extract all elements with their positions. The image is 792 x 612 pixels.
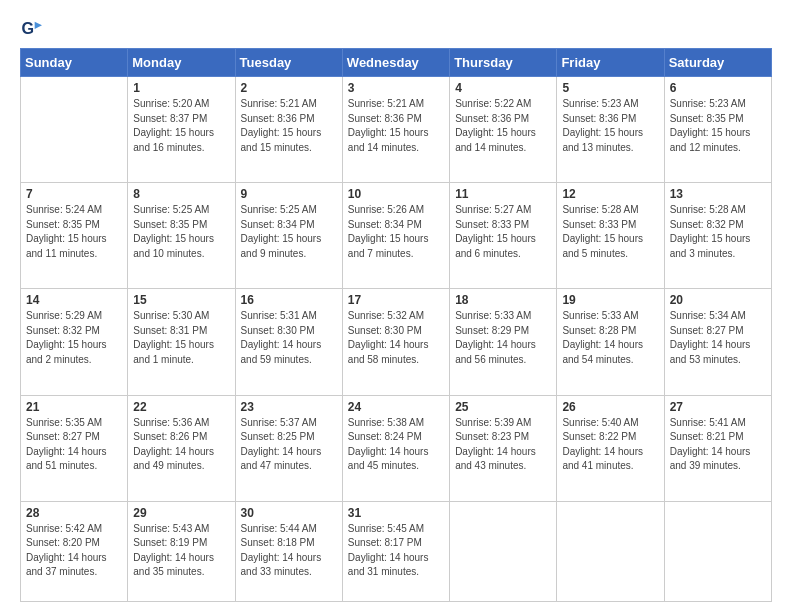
weekday-header: Saturday [664, 49, 771, 77]
weekday-header: Wednesday [342, 49, 449, 77]
calendar-cell: 31Sunrise: 5:45 AMSunset: 8:17 PMDayligh… [342, 501, 449, 601]
day-info: Sunrise: 5:38 AMSunset: 8:24 PMDaylight:… [348, 416, 444, 474]
calendar-cell: 24Sunrise: 5:38 AMSunset: 8:24 PMDayligh… [342, 395, 449, 501]
calendar-cell: 8Sunrise: 5:25 AMSunset: 8:35 PMDaylight… [128, 183, 235, 289]
weekday-header: Tuesday [235, 49, 342, 77]
day-info: Sunrise: 5:27 AMSunset: 8:33 PMDaylight:… [455, 203, 551, 261]
calendar-cell: 16Sunrise: 5:31 AMSunset: 8:30 PMDayligh… [235, 289, 342, 395]
day-number: 13 [670, 187, 766, 201]
calendar-cell: 23Sunrise: 5:37 AMSunset: 8:25 PMDayligh… [235, 395, 342, 501]
day-number: 2 [241, 81, 337, 95]
day-info: Sunrise: 5:32 AMSunset: 8:30 PMDaylight:… [348, 309, 444, 367]
day-number: 19 [562, 293, 658, 307]
logo: G [20, 18, 46, 40]
svg-marker-1 [35, 22, 42, 29]
page: G SundayMondayTuesdayWednesdayThursdayFr… [0, 0, 792, 612]
day-info: Sunrise: 5:43 AMSunset: 8:19 PMDaylight:… [133, 522, 229, 580]
day-info: Sunrise: 5:37 AMSunset: 8:25 PMDaylight:… [241, 416, 337, 474]
header: G [20, 18, 772, 40]
day-info: Sunrise: 5:33 AMSunset: 8:28 PMDaylight:… [562, 309, 658, 367]
day-number: 15 [133, 293, 229, 307]
day-number: 10 [348, 187, 444, 201]
weekday-header: Sunday [21, 49, 128, 77]
day-info: Sunrise: 5:22 AMSunset: 8:36 PMDaylight:… [455, 97, 551, 155]
day-info: Sunrise: 5:26 AMSunset: 8:34 PMDaylight:… [348, 203, 444, 261]
day-info: Sunrise: 5:34 AMSunset: 8:27 PMDaylight:… [670, 309, 766, 367]
calendar-cell: 9Sunrise: 5:25 AMSunset: 8:34 PMDaylight… [235, 183, 342, 289]
day-info: Sunrise: 5:23 AMSunset: 8:35 PMDaylight:… [670, 97, 766, 155]
calendar-cell: 7Sunrise: 5:24 AMSunset: 8:35 PMDaylight… [21, 183, 128, 289]
day-info: Sunrise: 5:45 AMSunset: 8:17 PMDaylight:… [348, 522, 444, 580]
svg-text:G: G [21, 19, 34, 37]
day-number: 9 [241, 187, 337, 201]
calendar-cell: 26Sunrise: 5:40 AMSunset: 8:22 PMDayligh… [557, 395, 664, 501]
day-number: 3 [348, 81, 444, 95]
day-number: 31 [348, 506, 444, 520]
day-number: 5 [562, 81, 658, 95]
calendar-cell: 25Sunrise: 5:39 AMSunset: 8:23 PMDayligh… [450, 395, 557, 501]
day-number: 29 [133, 506, 229, 520]
calendar-cell [450, 501, 557, 601]
calendar-cell: 1Sunrise: 5:20 AMSunset: 8:37 PMDaylight… [128, 77, 235, 183]
day-number: 23 [241, 400, 337, 414]
day-info: Sunrise: 5:44 AMSunset: 8:18 PMDaylight:… [241, 522, 337, 580]
calendar-cell: 6Sunrise: 5:23 AMSunset: 8:35 PMDaylight… [664, 77, 771, 183]
day-info: Sunrise: 5:21 AMSunset: 8:36 PMDaylight:… [241, 97, 337, 155]
day-number: 21 [26, 400, 122, 414]
calendar-cell: 13Sunrise: 5:28 AMSunset: 8:32 PMDayligh… [664, 183, 771, 289]
day-number: 4 [455, 81, 551, 95]
day-number: 30 [241, 506, 337, 520]
day-info: Sunrise: 5:31 AMSunset: 8:30 PMDaylight:… [241, 309, 337, 367]
logo-icon: G [20, 18, 42, 40]
day-info: Sunrise: 5:23 AMSunset: 8:36 PMDaylight:… [562, 97, 658, 155]
day-info: Sunrise: 5:24 AMSunset: 8:35 PMDaylight:… [26, 203, 122, 261]
day-info: Sunrise: 5:35 AMSunset: 8:27 PMDaylight:… [26, 416, 122, 474]
day-number: 20 [670, 293, 766, 307]
weekday-header: Thursday [450, 49, 557, 77]
calendar-cell: 30Sunrise: 5:44 AMSunset: 8:18 PMDayligh… [235, 501, 342, 601]
day-info: Sunrise: 5:41 AMSunset: 8:21 PMDaylight:… [670, 416, 766, 474]
calendar-cell: 4Sunrise: 5:22 AMSunset: 8:36 PMDaylight… [450, 77, 557, 183]
calendar-cell: 11Sunrise: 5:27 AMSunset: 8:33 PMDayligh… [450, 183, 557, 289]
calendar-cell: 17Sunrise: 5:32 AMSunset: 8:30 PMDayligh… [342, 289, 449, 395]
day-info: Sunrise: 5:25 AMSunset: 8:34 PMDaylight:… [241, 203, 337, 261]
day-number: 26 [562, 400, 658, 414]
calendar-cell: 15Sunrise: 5:30 AMSunset: 8:31 PMDayligh… [128, 289, 235, 395]
weekday-header: Monday [128, 49, 235, 77]
day-info: Sunrise: 5:39 AMSunset: 8:23 PMDaylight:… [455, 416, 551, 474]
day-info: Sunrise: 5:25 AMSunset: 8:35 PMDaylight:… [133, 203, 229, 261]
day-number: 28 [26, 506, 122, 520]
calendar-cell [21, 77, 128, 183]
calendar-cell: 20Sunrise: 5:34 AMSunset: 8:27 PMDayligh… [664, 289, 771, 395]
day-number: 25 [455, 400, 551, 414]
calendar-cell: 28Sunrise: 5:42 AMSunset: 8:20 PMDayligh… [21, 501, 128, 601]
calendar-cell: 12Sunrise: 5:28 AMSunset: 8:33 PMDayligh… [557, 183, 664, 289]
day-number: 14 [26, 293, 122, 307]
day-number: 17 [348, 293, 444, 307]
day-number: 7 [26, 187, 122, 201]
calendar-cell: 14Sunrise: 5:29 AMSunset: 8:32 PMDayligh… [21, 289, 128, 395]
day-number: 8 [133, 187, 229, 201]
day-info: Sunrise: 5:29 AMSunset: 8:32 PMDaylight:… [26, 309, 122, 367]
day-number: 22 [133, 400, 229, 414]
day-number: 27 [670, 400, 766, 414]
day-number: 18 [455, 293, 551, 307]
day-info: Sunrise: 5:42 AMSunset: 8:20 PMDaylight:… [26, 522, 122, 580]
day-number: 6 [670, 81, 766, 95]
day-number: 16 [241, 293, 337, 307]
day-info: Sunrise: 5:21 AMSunset: 8:36 PMDaylight:… [348, 97, 444, 155]
weekday-header: Friday [557, 49, 664, 77]
day-number: 1 [133, 81, 229, 95]
day-info: Sunrise: 5:40 AMSunset: 8:22 PMDaylight:… [562, 416, 658, 474]
day-number: 24 [348, 400, 444, 414]
calendar-cell: 18Sunrise: 5:33 AMSunset: 8:29 PMDayligh… [450, 289, 557, 395]
calendar-cell: 29Sunrise: 5:43 AMSunset: 8:19 PMDayligh… [128, 501, 235, 601]
day-info: Sunrise: 5:20 AMSunset: 8:37 PMDaylight:… [133, 97, 229, 155]
day-info: Sunrise: 5:36 AMSunset: 8:26 PMDaylight:… [133, 416, 229, 474]
calendar-cell: 2Sunrise: 5:21 AMSunset: 8:36 PMDaylight… [235, 77, 342, 183]
day-info: Sunrise: 5:28 AMSunset: 8:32 PMDaylight:… [670, 203, 766, 261]
calendar-cell: 19Sunrise: 5:33 AMSunset: 8:28 PMDayligh… [557, 289, 664, 395]
calendar-table: SundayMondayTuesdayWednesdayThursdayFrid… [20, 48, 772, 602]
calendar-cell: 10Sunrise: 5:26 AMSunset: 8:34 PMDayligh… [342, 183, 449, 289]
day-info: Sunrise: 5:33 AMSunset: 8:29 PMDaylight:… [455, 309, 551, 367]
